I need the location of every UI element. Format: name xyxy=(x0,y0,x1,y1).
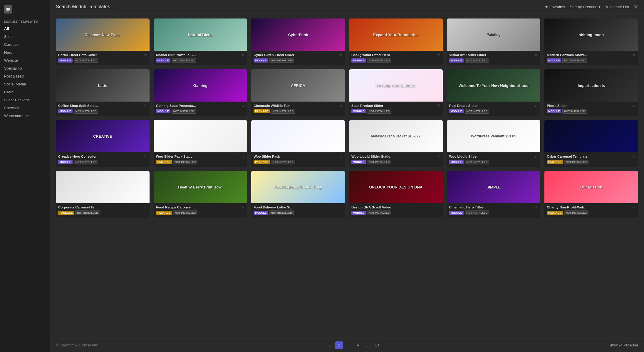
sort-label: Sort by Creation xyxy=(570,5,597,9)
favorite-star-icon[interactable]: ☆ xyxy=(534,154,538,159)
template-card[interactable]: CREATIVECreative Hero Collection☆MODULEN… xyxy=(56,120,150,167)
favorite-star-icon[interactable]: ☆ xyxy=(437,154,440,159)
favorite-star-icon[interactable]: ☆ xyxy=(632,205,636,209)
sidebar-item-carousel[interactable]: Carousel xyxy=(0,41,50,48)
template-card[interactable]: Woo Slider Pack Static☆PACKAGENOT INSTAL… xyxy=(154,120,247,167)
thumb-text: Expand Your Boundaries xyxy=(372,31,420,38)
sidebar-item-all[interactable]: All xyxy=(0,25,50,33)
sidebar-item-special-fx[interactable]: Special FX xyxy=(0,64,50,72)
page-button-2[interactable]: 2 xyxy=(335,341,343,349)
badge-row: PACKAGENOT INSTALLED xyxy=(547,210,636,215)
sidebar-item-social-media[interactable]: Social Media xyxy=(0,80,50,88)
header: Search Module Templates ... ★ Favorites … xyxy=(50,0,644,14)
sidebar-item-post-based[interactable]: Post Based xyxy=(0,72,50,80)
card-info: Cyber Glitch Effect Slider☆MODULENOT INS… xyxy=(251,51,345,65)
card-thumbnail: Metallic Disco Jacket $139.99 xyxy=(349,120,443,152)
template-card[interactable]: SIMPLECinematic Hero Titles☆MODULENOT IN… xyxy=(447,171,541,218)
page-button-1[interactable]: 1 xyxy=(326,341,333,349)
template-card[interactable]: We Help You OptimizeSaas Product Slider☆… xyxy=(349,69,443,116)
card-info: Cyber Carousel Template☆PACKAGENOT INSTA… xyxy=(544,152,638,167)
favorite-star-icon[interactable]: ☆ xyxy=(241,154,245,159)
sidebar-item-slider[interactable]: Slider xyxy=(0,33,50,41)
card-thumbnail: We Help You Optimize xyxy=(349,69,443,102)
status-badge: NOT INSTALLED xyxy=(562,109,587,114)
template-card[interactable]: Healthy Berry Fruit BowlFood Recipe Caro… xyxy=(154,171,247,218)
template-card[interactable]: Metallic Disco Jacket $139.99Woo Liquid … xyxy=(349,120,443,167)
favorite-star-icon[interactable]: ☆ xyxy=(632,103,636,108)
status-badge: NOT INSTALLED xyxy=(74,160,98,164)
template-card[interactable]: Woo Slider Pack☆PACKAGENOT INSTALLED xyxy=(251,120,345,167)
template-card[interactable]: Welcome To Your New NeighbourhoodReal Es… xyxy=(447,69,541,116)
page-button-4[interactable]: 4 xyxy=(354,341,362,349)
card-info: Cinematic Wildlife Template☆PACKAGENOT I… xyxy=(251,102,345,116)
template-card[interactable]: Corporate Carousel Template☆PACKAGENOT I… xyxy=(56,171,150,218)
template-card[interactable]: Expand Your BoundariesBackground Effect … xyxy=(349,18,443,65)
favorites-button[interactable]: ★ Favorites xyxy=(545,5,565,9)
type-badge: PACKAGE xyxy=(156,160,172,164)
thumb-text xyxy=(199,135,202,137)
template-card[interactable]: UNLOCK YOUR DESIGN DNADesign DNA Scroll … xyxy=(349,171,443,218)
sort-button[interactable]: Sort by Creation ▾ xyxy=(570,5,601,9)
template-card[interactable]: Discover New PlacePortal Effect Hero Sli… xyxy=(56,18,150,65)
badge-row: MODULENOT INSTALLED xyxy=(254,58,343,63)
sidebar-item-basic[interactable]: Basic xyxy=(0,88,50,96)
favorite-star-icon[interactable]: ☆ xyxy=(632,154,636,159)
type-badge: MODULE xyxy=(547,58,561,63)
favorite-star-icon[interactable]: ☆ xyxy=(339,205,343,209)
update-list-button[interactable]: ↻ Update List xyxy=(605,5,629,9)
favorite-star-icon[interactable]: ☆ xyxy=(534,103,538,108)
badge-row: MODULENOT INSTALLED xyxy=(254,210,343,215)
favorite-star-icon[interactable]: ☆ xyxy=(339,103,343,108)
sidebar-item-website[interactable]: Website xyxy=(0,56,50,64)
card-thumbnail xyxy=(544,120,638,152)
sidebar-item-hero[interactable]: Hero xyxy=(0,48,50,56)
favorite-star-icon[interactable]: ☆ xyxy=(437,205,440,209)
favorite-star-icon[interactable]: ☆ xyxy=(241,103,245,108)
favorite-star-icon[interactable]: ☆ xyxy=(339,154,343,159)
favorite-star-icon[interactable]: ☆ xyxy=(144,205,147,209)
sidebar-item-slider-package[interactable]: Slider Package xyxy=(0,96,50,104)
favorite-star-icon[interactable]: ☆ xyxy=(339,53,343,57)
favorite-star-icon[interactable]: ☆ xyxy=(632,53,636,57)
card-thumbnail: Painting xyxy=(447,18,541,51)
template-card[interactable]: Our MissionCharity Non-Profit-Website☆PA… xyxy=(544,171,638,218)
card-thumbnail: SIMPLE xyxy=(447,171,541,203)
close-button[interactable]: ✕ xyxy=(634,4,638,10)
type-badge: PACKAGE xyxy=(58,211,74,215)
template-card[interactable]: WordPress Pennant $31.05Woo Liquid Slide… xyxy=(447,120,541,167)
status-badge: NOT INSTALLED xyxy=(74,58,98,63)
template-card[interactable]: AFRICACinematic Wildlife Template☆PACKAG… xyxy=(251,69,345,116)
favorite-star-icon[interactable]: ☆ xyxy=(437,103,440,108)
page-button-10[interactable]: 10 xyxy=(373,341,380,349)
favorite-star-icon[interactable]: ☆ xyxy=(144,154,147,159)
template-card[interactable]: shining moonModern Portfolio Showreel Sl… xyxy=(544,18,638,65)
favorite-star-icon[interactable]: ☆ xyxy=(437,53,440,57)
template-card[interactable]: LatteCoffee Shop Split Screen Slider☆MOD… xyxy=(56,69,150,116)
card-info: Modern Portfolio Showreel Slider☆MODULEN… xyxy=(544,51,638,65)
card-title: Woo Liquid Slider Static xyxy=(351,155,390,158)
template-card[interactable]: Imperfection isPhoto Slider☆MODULENOT IN… xyxy=(544,69,638,116)
template-card[interactable]: Food Delivery Fast & EasyFood Delivery L… xyxy=(251,171,345,218)
card-info: Woo Slider Pack Static☆PACKAGENOT INSTAL… xyxy=(154,152,247,167)
type-badge: MODULE xyxy=(58,109,73,113)
type-badge: MODULE xyxy=(449,211,464,215)
favorite-star-icon[interactable]: ☆ xyxy=(144,103,147,108)
template-card[interactable]: GamingGaming Stats Presentation Slider☆M… xyxy=(154,69,247,116)
sidebar-item-woocommerce[interactable]: Woocommerce xyxy=(0,112,50,120)
card-info: Real Estate Slider☆MODULENOT INSTALLED xyxy=(447,102,541,116)
favorite-star-icon[interactable]: ☆ xyxy=(534,205,538,209)
template-card[interactable]: CyberFunkCyber Glitch Effect Slider☆MODU… xyxy=(251,18,345,65)
template-card[interactable]: Natural BlendMotion Blur Portfolio Showc… xyxy=(154,18,247,65)
status-badge: NOT INSTALLED xyxy=(269,58,294,63)
card-title: Cinematic Wildlife Template xyxy=(254,104,295,107)
favorite-star-icon[interactable]: ☆ xyxy=(144,53,147,57)
template-card[interactable]: Cyber Carousel Template☆PACKAGENOT INSTA… xyxy=(544,120,638,167)
template-card[interactable]: PaintingVisual Art Forms Slider☆MODULENO… xyxy=(447,18,541,65)
favorites-label: Favorites xyxy=(549,5,565,9)
favorite-star-icon[interactable]: ☆ xyxy=(534,53,538,57)
page-button-3[interactable]: 3 xyxy=(345,341,352,349)
sidebar-item-specialfx[interactable]: Specialfx xyxy=(0,104,50,112)
badge-row: PACKAGENOT INSTALLED xyxy=(254,160,343,164)
favorite-star-icon[interactable]: ☆ xyxy=(241,205,245,209)
favorite-star-icon[interactable]: ☆ xyxy=(241,53,245,57)
